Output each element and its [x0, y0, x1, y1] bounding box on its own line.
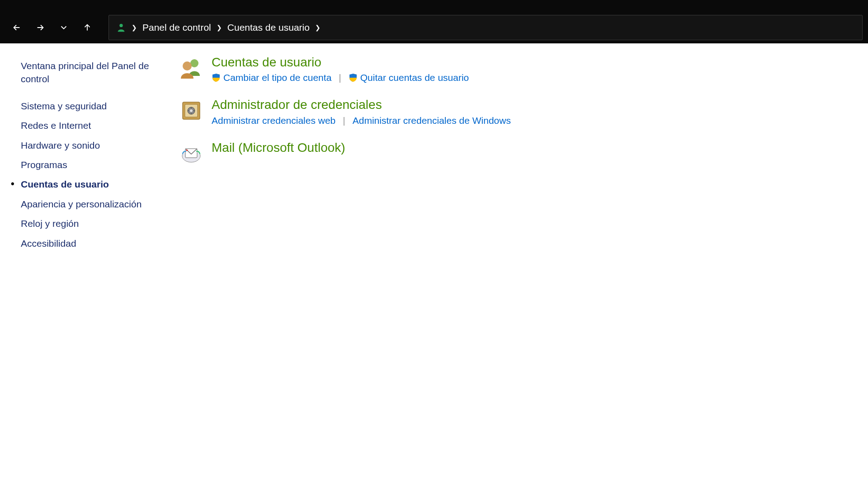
- sidebar-item-hardware-sound[interactable]: Hardware y sonido: [21, 136, 163, 155]
- sidebar-item-user-accounts[interactable]: Cuentas de usuario: [21, 174, 163, 194]
- chevron-right-icon: ❯: [217, 24, 222, 31]
- category-body: Mail (Microsoft Outlook): [212, 140, 850, 166]
- category-body: Administrador de credenciales Administra…: [212, 97, 850, 126]
- window-titlebar: [0, 0, 868, 12]
- arrow-up-icon: [82, 23, 92, 33]
- chevron-down-icon: [59, 23, 69, 33]
- content-area: Ventana principal del Panel de control S…: [0, 43, 868, 253]
- shield-icon: [212, 73, 221, 82]
- link-label: Quitar cuentas de usuario: [360, 72, 469, 83]
- link-label: Administrar credenciales de Windows: [353, 115, 511, 126]
- link-label: Administrar credenciales web: [212, 115, 335, 126]
- breadcrumb-root[interactable]: Panel de control: [142, 22, 211, 33]
- history-dropdown-button[interactable]: [52, 16, 75, 39]
- link-remove-user-accounts[interactable]: Quitar cuentas de usuario: [349, 72, 469, 83]
- svg-point-6: [190, 109, 193, 112]
- shield-icon: [349, 73, 358, 82]
- svg-point-0: [119, 24, 123, 27]
- sidebar-item-clock-region[interactable]: Reloj y región: [21, 214, 163, 233]
- category-body: Cuentas de usuario Cambiar el tipo de cu…: [212, 54, 850, 83]
- back-button[interactable]: [5, 16, 28, 39]
- svg-rect-13: [186, 150, 188, 151]
- up-button[interactable]: [76, 16, 99, 39]
- chevron-right-icon: ❯: [132, 24, 137, 31]
- link-manage-web-credentials[interactable]: Administrar credenciales web: [212, 115, 335, 126]
- link-separator: |: [339, 72, 341, 83]
- users-icon: [179, 56, 203, 80]
- svg-point-2: [183, 61, 192, 70]
- breadcrumb: ❯ Panel de control ❯ Cuentas de usuario …: [132, 22, 321, 33]
- sidebar-home-link[interactable]: Ventana principal del Panel de control: [21, 56, 163, 89]
- sidebar-item-network-internet[interactable]: Redes e Internet: [21, 116, 163, 135]
- safe-icon: [179, 99, 203, 123]
- arrow-left-icon: [12, 23, 22, 33]
- sidebar: Ventana principal del Panel de control S…: [0, 52, 172, 253]
- category-mail-outlook: Mail (Microsoft Outlook): [179, 140, 850, 166]
- link-manage-windows-credentials[interactable]: Administrar credenciales de Windows: [353, 115, 511, 126]
- navigation-toolbar: ❯ Panel de control ❯ Cuentas de usuario …: [0, 12, 868, 43]
- link-change-account-type[interactable]: Cambiar el tipo de cuenta: [212, 72, 331, 83]
- sidebar-item-programs[interactable]: Programas: [21, 155, 163, 174]
- category-user-accounts: Cuentas de usuario Cambiar el tipo de cu…: [179, 54, 850, 83]
- user-icon: [116, 23, 126, 33]
- link-separator: |: [343, 115, 345, 126]
- arrow-right-icon: [35, 23, 45, 33]
- sidebar-item-system-security[interactable]: Sistema y seguridad: [21, 96, 163, 116]
- sidebar-item-accessibility[interactable]: Accesibilidad: [21, 234, 163, 253]
- link-label: Cambiar el tipo de cuenta: [223, 72, 331, 83]
- category-title-user-accounts[interactable]: Cuentas de usuario: [212, 54, 850, 70]
- category-links: Administrar credenciales web | Administr…: [212, 115, 850, 126]
- chevron-right-icon: ❯: [315, 24, 321, 31]
- mail-icon: [179, 141, 203, 166]
- category-links: Cambiar el tipo de cuenta | Quitar cuent…: [212, 72, 850, 83]
- address-bar[interactable]: ❯ Panel de control ❯ Cuentas de usuario …: [108, 15, 863, 40]
- main-content: Cuentas de usuario Cambiar el tipo de cu…: [172, 52, 868, 253]
- category-title-credential-manager[interactable]: Administrador de credenciales: [212, 97, 850, 113]
- category-title-mail-outlook[interactable]: Mail (Microsoft Outlook): [212, 140, 850, 156]
- forward-button[interactable]: [29, 16, 52, 39]
- sidebar-item-appearance[interactable]: Apariencia y personalización: [21, 194, 163, 214]
- category-credential-manager: Administrador de credenciales Administra…: [179, 97, 850, 126]
- breadcrumb-current[interactable]: Cuentas de usuario: [227, 22, 310, 33]
